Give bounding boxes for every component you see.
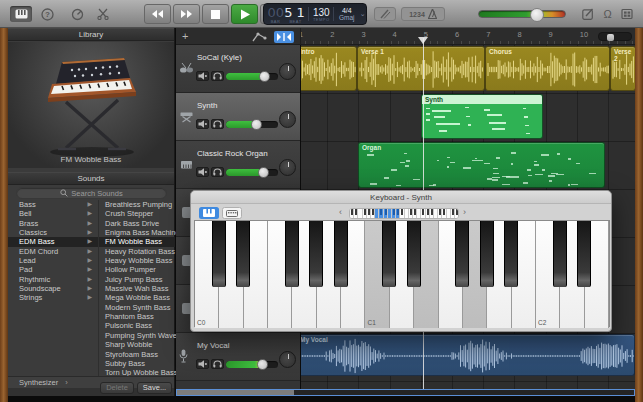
forward-button[interactable]	[173, 4, 200, 24]
sound-item[interactable]: FM Wobble Bass	[99, 237, 175, 246]
catch-playhead-button[interactable]	[274, 31, 294, 43]
pan-knob[interactable]	[279, 159, 296, 176]
sidebar-category-pad[interactable]: Pad▶	[8, 265, 98, 274]
sidebar-category-bass[interactable]: Bass▶	[8, 200, 98, 209]
volume-knob[interactable]	[257, 359, 268, 370]
keyboard-window-title[interactable]: Keyboard - Synth	[191, 191, 611, 204]
region-synth[interactable]: Synth	[421, 94, 543, 139]
sidebar-category-rhythmic[interactable]: Rhythmic▶	[8, 275, 98, 284]
black-key[interactable]	[382, 221, 396, 287]
octave-up-arrow[interactable]: ›	[463, 207, 466, 217]
pan-knob[interactable]	[279, 111, 296, 128]
sound-item[interactable]: Heavy Rotation Bass	[99, 247, 175, 256]
musical-typing-mode-button[interactable]	[222, 207, 242, 219]
black-key[interactable]	[504, 221, 518, 287]
sidebar-category-bell[interactable]: Bell▶	[8, 209, 98, 218]
delete-button[interactable]: Delete	[100, 382, 134, 394]
editors-button[interactable]	[92, 6, 114, 22]
quick-help-button[interactable]: ?	[36, 6, 58, 22]
sound-item[interactable]: Pulsonic Bass	[99, 321, 175, 330]
lcd-display[interactable]: 005 1 BAR BEAT 130 TEMPO 4/4 Gmaj ⌄	[263, 3, 367, 25]
solo-button[interactable]	[211, 119, 224, 129]
region-chorus[interactable]: Chorus	[485, 46, 610, 91]
solo-button[interactable]	[211, 71, 224, 81]
count-in-metronome-button[interactable]: 1234	[401, 7, 445, 21]
stop-button[interactable]	[202, 4, 229, 24]
sound-item[interactable]: Juicy Pump Bass	[99, 275, 175, 284]
black-key[interactable]	[212, 221, 226, 287]
piano-keyboard[interactable]: C0C1C2	[194, 220, 610, 327]
save-button[interactable]: Save...	[137, 382, 172, 394]
region-verse-1[interactable]: Verse 1	[357, 46, 485, 91]
volume-knob[interactable]	[251, 119, 262, 130]
solo-button[interactable]	[211, 359, 224, 369]
black-key[interactable]	[285, 221, 299, 287]
region-verse-2[interactable]: Verse 2	[610, 46, 635, 91]
timeline-ruler[interactable]: 12345678910	[300, 28, 635, 45]
loop-browser-button[interactable]: Ω	[598, 6, 617, 22]
sidebar-category-brass[interactable]: Brass▶	[8, 219, 98, 228]
volume-knob[interactable]	[259, 71, 270, 82]
horizontal-scrollbar[interactable]	[176, 389, 635, 396]
tuner-button[interactable]	[374, 7, 396, 21]
add-track-button[interactable]: +	[182, 30, 188, 42]
smart-controls-button[interactable]	[66, 6, 88, 22]
media-browser-button[interactable]	[617, 6, 636, 22]
sound-item[interactable]: Massive Wah Bass	[99, 284, 175, 293]
mute-button[interactable]	[196, 119, 209, 129]
track-header-synth[interactable]: Synth	[176, 93, 300, 141]
sound-item[interactable]: Pumping Synth Waves	[99, 331, 175, 340]
region-my-vocal[interactable]: My Vocal	[301, 334, 635, 376]
track-header-classic-rock-organ[interactable]: Classic Rock Organ	[176, 141, 300, 189]
black-key[interactable]	[407, 221, 421, 287]
zoom-slider[interactable]	[598, 32, 632, 41]
black-key[interactable]	[553, 221, 567, 287]
sound-item[interactable]: Dark Bass Drive	[99, 219, 175, 228]
octave-down-arrow[interactable]: ‹	[339, 207, 342, 217]
black-key[interactable]	[309, 221, 323, 287]
sound-item[interactable]: Phantom Bass	[99, 312, 175, 321]
lcd-chevron[interactable]: ⌄	[359, 4, 366, 24]
mute-button[interactable]	[196, 167, 209, 177]
black-key[interactable]	[577, 221, 591, 287]
zoom-slider-knob[interactable]	[607, 34, 614, 41]
black-key[interactable]	[334, 221, 348, 287]
sidebar-category-soundscape[interactable]: Soundscape▶	[8, 284, 98, 293]
track-volume-slider[interactable]	[226, 121, 278, 128]
mute-button[interactable]	[196, 359, 209, 369]
sound-item[interactable]: Heavy Wobble Bass	[99, 256, 175, 265]
keyboard-window[interactable]: Keyboard - Synth ‹ › C0C1C2	[190, 190, 612, 332]
region-intro[interactable]: Intro	[301, 46, 357, 91]
notepad-button[interactable]	[578, 6, 597, 22]
sidebar-category-classics[interactable]: Classics▶	[8, 228, 98, 237]
sidebar-category-strings[interactable]: Strings▶	[8, 293, 98, 302]
sound-item[interactable]: Subby Bass	[99, 359, 175, 368]
piano-keys-mode-button[interactable]	[199, 207, 219, 219]
region-organ[interactable]: Organ	[358, 142, 605, 188]
play-button[interactable]	[231, 4, 258, 24]
solo-button[interactable]	[211, 167, 224, 177]
black-key[interactable]	[455, 221, 469, 287]
keyboard-range-navigator[interactable]	[349, 208, 459, 219]
rewind-button[interactable]	[144, 4, 171, 24]
sound-item[interactable]: Hollow Pumper	[99, 265, 175, 274]
sound-item[interactable]: Modern Synth Bass	[99, 303, 175, 312]
track-volume-slider[interactable]	[226, 361, 278, 368]
sidebar-category-edm-chord[interactable]: EDM Chord▶	[8, 247, 98, 256]
sidebar-category-edm-bass[interactable]: EDM Bass▶	[8, 237, 98, 246]
black-key[interactable]	[480, 221, 494, 287]
sound-item[interactable]: Styrofoam Bass	[99, 350, 175, 359]
sound-item[interactable]: Enigma Bass Machine	[99, 228, 175, 237]
pan-knob[interactable]	[279, 63, 296, 80]
scrollbar-thumb[interactable]	[177, 390, 294, 395]
sound-item[interactable]: Crush Stepper	[99, 209, 175, 218]
automation-icon[interactable]	[252, 31, 267, 43]
mute-button[interactable]	[196, 71, 209, 81]
track-volume-slider[interactable]	[226, 169, 278, 176]
sound-item[interactable]: Breathless Pumping	[99, 200, 175, 209]
track-header-socal-kyle-[interactable]: SoCal (Kyle)	[176, 45, 300, 93]
library-toggle-button[interactable]	[10, 6, 32, 22]
search-sounds-field[interactable]: Search Sounds	[16, 187, 167, 199]
sound-item[interactable]: Mega Wobble Bass	[99, 293, 175, 302]
pan-knob[interactable]	[279, 351, 296, 368]
